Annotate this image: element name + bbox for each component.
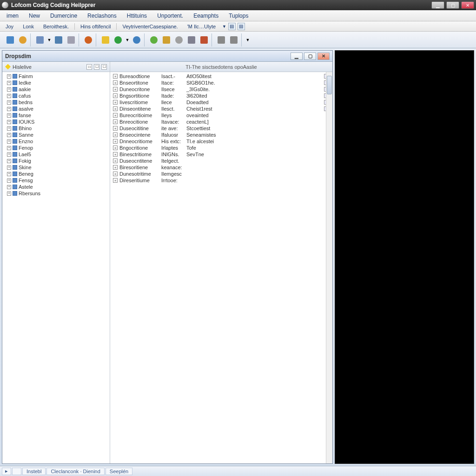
- expand-icon[interactable]: +: [7, 94, 11, 98]
- minimize-button[interactable]: ▁: [431, 1, 444, 9]
- close-button[interactable]: ✕: [461, 1, 474, 9]
- expand-icon[interactable]: +: [7, 133, 11, 137]
- expand-icon[interactable]: +: [7, 165, 11, 170]
- list-row[interactable]: ≡BureaodtioneIsact.-AtlO50itest: [110, 73, 332, 79]
- tree-item[interactable]: +Skine: [2, 164, 110, 171]
- tree-item[interactable]: +fanse: [2, 112, 110, 119]
- tree-item[interactable]: +Enzno: [2, 138, 110, 145]
- list-row[interactable]: ≡Duseocititineite ave:Stcoettiest: [110, 125, 332, 132]
- tree-item[interactable]: +aakie: [2, 86, 110, 93]
- expand-icon[interactable]: +: [7, 172, 11, 176]
- expand-icon[interactable]: +: [7, 178, 11, 183]
- tree-item[interactable]: +bedns: [2, 99, 110, 106]
- link-iconbtn-a[interactable]: ▤: [228, 23, 236, 30]
- toolbar-btn-blue-circle-icon[interactable]: [131, 34, 142, 46]
- tree-item[interactable]: +Iedke: [2, 79, 110, 86]
- expand-icon[interactable]: +: [7, 146, 11, 150]
- tree-item[interactable]: +Bhino: [2, 125, 110, 132]
- tree-item[interactable]: +Fokig: [2, 158, 110, 164]
- toolbar-btn-vbar1-icon[interactable]: [216, 34, 227, 46]
- expand-icon[interactable]: +: [7, 185, 11, 189]
- child-close-button[interactable]: ✕: [317, 53, 330, 60]
- list-row[interactable]: ≡DinseontiteneIlesct.Cheist1rest: [110, 106, 332, 112]
- child-maximize-button[interactable]: ▢: [304, 53, 316, 60]
- tree-item[interactable]: +Fensg: [2, 177, 110, 184]
- list-row[interactable]: ≡IivescritiomelleceDoeadted: [110, 99, 332, 106]
- maximize-button[interactable]: ▢: [446, 1, 459, 9]
- status-cell-2[interactable]: Seeplén: [106, 468, 132, 475]
- expand-icon[interactable]: +: [7, 100, 11, 105]
- link-item-4[interactable]: VeytriventerCasespiane.: [119, 23, 181, 30]
- tree-item[interactable]: +asalve: [2, 106, 110, 112]
- expand-icon[interactable]: +: [7, 152, 11, 157]
- list-row[interactable]: ≡DireseritiumeIrrtooe:: [110, 177, 332, 184]
- toolbar-btn-page-icon[interactable]: [34, 34, 46, 46]
- expand-icon[interactable]: +: [7, 107, 11, 111]
- toolbar-btn-tool-icon[interactable]: [186, 34, 197, 46]
- tree-item[interactable]: +Fainm: [2, 73, 110, 79]
- link-item-5[interactable]: 'M Ilc…Ulyte: [184, 23, 219, 30]
- list-row[interactable]: ≡BinesctritiomeINlGNs.SevTne: [110, 151, 332, 158]
- tree-item[interactable]: +Fenop: [2, 145, 110, 151]
- tree-item[interactable]: +Lael5: [2, 151, 110, 158]
- toolbar-btn-circle-icon[interactable]: [83, 34, 94, 46]
- status-cell-1[interactable]: Cleclanconk · Dienind: [46, 468, 104, 475]
- tree-tool-check-icon[interactable]: ☐: [94, 64, 99, 70]
- list-row[interactable]: ≡BnreocitioneItavace:ceactenL]: [110, 119, 332, 125]
- status-cell-0[interactable]: Instebl: [22, 468, 46, 475]
- expand-icon[interactable]: +: [7, 126, 11, 131]
- link-iconbtn-b[interactable]: ▤: [238, 23, 245, 30]
- expand-icon[interactable]: +: [7, 113, 11, 118]
- toolbar-btn-calc-icon[interactable]: [53, 34, 64, 46]
- list-row[interactable]: ≡DuseocntiteneItelgect.: [110, 158, 332, 164]
- expand-icon[interactable]: +: [7, 81, 11, 85]
- expand-icon[interactable]: +: [7, 192, 11, 196]
- list-row[interactable]: ≡DnneocritiomeHis extc:TI.e alcestei: [110, 138, 332, 145]
- expand-icon[interactable]: +: [7, 159, 11, 163]
- toolbar-btn-vbar2-icon[interactable]: [228, 34, 239, 46]
- expand-icon[interactable]: +: [7, 87, 11, 92]
- list-row[interactable]: ≡BnseocinteneIfaluosrSeneamistes: [110, 132, 332, 138]
- toolbar-btn-green-ball-icon[interactable]: [148, 34, 159, 46]
- link-item-3[interactable]: Hins oftifencil: [77, 23, 114, 30]
- tree-item[interactable]: +Sanne: [2, 132, 110, 138]
- tree-item[interactable]: +Rbersuns: [2, 190, 110, 197]
- expand-icon[interactable]: +: [7, 120, 11, 124]
- toolbar-btn-globe-icon[interactable]: [17, 34, 28, 46]
- list-row[interactable]: ≡BureocritioimeIleysoveainted: [110, 112, 332, 119]
- list-row[interactable]: ≡BnseortitoneItace:SlGB6O1he.: [110, 79, 332, 86]
- menu-item-1[interactable]: New: [24, 11, 45, 20]
- menu-item-5[interactable]: Unportent.: [152, 11, 188, 20]
- scrollbar-track[interactable]: [326, 72, 332, 463]
- link-item-1[interactable]: Lonk: [19, 23, 38, 30]
- list-row[interactable]: ≡DuneocritoneIlsece_3IGs0ite.: [110, 86, 332, 93]
- menu-item-3[interactable]: Reclashons: [83, 11, 121, 20]
- menu-item-2[interactable]: Dumercine: [46, 11, 82, 20]
- tree-tool-pin-icon[interactable]: ⚏: [86, 64, 92, 70]
- link-item-0[interactable]: Joy: [2, 23, 17, 30]
- expand-icon[interactable]: +: [7, 74, 11, 79]
- toolbar-btn-gray-ball-icon[interactable]: [173, 34, 185, 46]
- list-row[interactable]: ≡BngocritioneIrlaptesTofe: [110, 145, 332, 151]
- toolbar-dropdown-icon[interactable]: ▼: [245, 38, 250, 42]
- tree-item[interactable]: +IOUKS: [2, 119, 110, 125]
- menu-item-4[interactable]: Httituins: [122, 11, 152, 20]
- scrollbar-thumb[interactable]: [327, 76, 332, 94]
- toolbar-btn-chart-icon[interactable]: [198, 34, 210, 46]
- child-minimize-button[interactable]: ▁: [291, 53, 303, 60]
- tree-tool-box-icon[interactable]: ☐: [101, 64, 107, 70]
- expand-icon[interactable]: +: [7, 139, 11, 144]
- menu-item-6[interactable]: Eeamphts: [189, 11, 223, 20]
- tree-item[interactable]: +Astele: [2, 184, 110, 190]
- toolbar-btn-doc-icon[interactable]: [5, 34, 16, 46]
- link-item-2[interactable]: Beroithesk.: [40, 23, 73, 30]
- dropdown-arrow-icon[interactable]: ▼: [222, 24, 226, 29]
- toolbar-dropdown-icon[interactable]: ▼: [125, 38, 130, 42]
- toolbar-dropdown-icon[interactable]: ▼: [47, 38, 52, 42]
- toolbar-btn-folder-icon[interactable]: [161, 34, 172, 46]
- status-icon[interactable]: ▸: [2, 468, 11, 475]
- toolbar-btn-yellow-box-icon[interactable]: [100, 34, 111, 46]
- tree-item[interactable]: +cafus: [2, 93, 110, 99]
- tree-item[interactable]: +Beneg: [2, 171, 110, 177]
- menu-item-7[interactable]: Tuplops: [224, 11, 253, 20]
